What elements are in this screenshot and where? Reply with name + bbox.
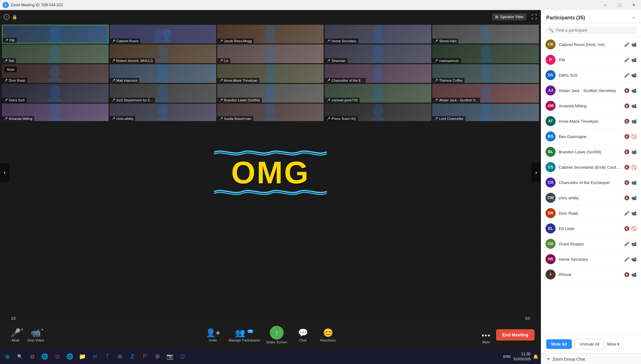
start-button[interactable]: ⊞ bbox=[1, 351, 13, 362]
fullscreen-button[interactable]: ⛶ bbox=[531, 14, 537, 20]
mic-icon-alister: 🎤 bbox=[434, 99, 438, 102]
tile-michael[interactable]: 👤 🎤 michael.gove739 bbox=[325, 84, 431, 103]
tile-chris[interactable]: 👤 🎤 chris whitty bbox=[110, 104, 216, 121]
chat-button[interactable]: 💬 Chat bbox=[294, 328, 312, 342]
participant-item[interactable]: I iPhone 🔇 📹 bbox=[541, 267, 641, 282]
minimize-button[interactable]: ─ bbox=[598, 0, 612, 10]
tile-annemarie[interactable]: 👤 🎤 Anne-Marie Trevelyan bbox=[217, 64, 324, 83]
participant-item[interactable]: GS Grant Shapps 🎤 📹 bbox=[541, 236, 641, 252]
participant-item[interactable]: DS Defra SoS 🎤 📹 bbox=[541, 68, 641, 83]
nav-arrow-left[interactable]: ‹ bbox=[0, 163, 9, 182]
participant-item[interactable]: AM Amanda Milling 🔇 📹 bbox=[541, 98, 641, 114]
omg-text: OMG bbox=[214, 157, 327, 188]
participant-mic-icon: 🎤 bbox=[624, 57, 629, 62]
tile-label-home: 🎤 Home Secretary bbox=[325, 38, 358, 44]
explorer-icon[interactable]: 📁 bbox=[76, 351, 88, 362]
participant-name: Alister Jack - Scottish Secretary bbox=[559, 88, 624, 93]
participant-item[interactable]: DR Dom Raab 🎤 📹 bbox=[541, 206, 641, 221]
participant-item[interactable]: CS Cabinet Secretariat (Emily Card... 🔇 … bbox=[541, 160, 641, 175]
tile-brandon[interactable]: 👤 🎤 Brandon Lewis (SoSNI) bbox=[217, 84, 324, 103]
tile-pm[interactable]: 👤 🎤 PM bbox=[2, 25, 109, 44]
mic-icon-dom: 🎤 bbox=[4, 79, 8, 82]
tile-liz[interactable]: 👤 🎤 Liz bbox=[217, 44, 324, 63]
tile-matt[interactable]: 👤 🎤 Matt Hancock bbox=[110, 64, 216, 83]
tile-sharma[interactable]: 👤 🎤 Sharman bbox=[325, 44, 431, 63]
settings-icon[interactable]: ⚙ bbox=[114, 351, 126, 362]
nav-arrow-right[interactable]: › bbox=[531, 163, 541, 182]
mic-icon-liz: 🎤 bbox=[219, 59, 223, 63]
tile-alister[interactable]: 👤 🎤 Alister Jack - Scottish S... bbox=[432, 84, 539, 103]
tile-sos[interactable]: 👤 🎤 SoS Department for E... bbox=[110, 84, 216, 103]
unmute-all-button[interactable]: Unmute All bbox=[574, 339, 605, 349]
invite-button[interactable]: 👤+ Invite bbox=[203, 328, 222, 342]
chat-collapse-icon[interactable]: ▼ bbox=[546, 356, 551, 361]
ie-icon[interactable]: 🌐 bbox=[64, 351, 76, 362]
tile-defra[interactable]: 👤 🎤 Defra SoS bbox=[2, 84, 109, 103]
participant-item[interactable]: HS Home Secretary 🎤 📹 bbox=[541, 252, 641, 267]
participant-item[interactable]: BG Ben Gascoigne 🔇 🚫 bbox=[541, 129, 641, 144]
participant-item[interactable]: AJ Alister Jack - Scottish Secretary 🔇 📹 bbox=[541, 83, 641, 98]
tile-lord[interactable]: 👤 🎤 Lord Chancellor bbox=[432, 104, 539, 121]
tile-nat[interactable]: 👤 🎤 Nat bbox=[2, 44, 109, 63]
tile-label-michael: 🎤 michael.gove739 bbox=[325, 98, 359, 103]
chrome-icon[interactable]: ⊙ bbox=[51, 351, 63, 362]
tile-jacob[interactable]: 👤 🎤 Jacob Rees-Mogg bbox=[217, 25, 324, 44]
speaker-view-button[interactable]: ⊞ Speaker View bbox=[492, 13, 526, 20]
search-input[interactable] bbox=[556, 28, 633, 33]
settings2-icon[interactable]: ⚙ bbox=[151, 351, 163, 362]
mute-caret[interactable]: ▲ bbox=[21, 327, 24, 331]
powerpoint-icon[interactable]: P bbox=[139, 351, 151, 362]
participant-item[interactable]: BL Brandon Lewis (SoSNI) 🔇 📹 bbox=[541, 144, 641, 160]
tile-mark[interactable]: 👤 🎤 markspencer bbox=[432, 44, 539, 63]
participant-video-icon: 📹 bbox=[631, 272, 637, 277]
wave-bottom bbox=[214, 188, 327, 195]
tile-label-therese: 🎤 Therese Coffey bbox=[432, 78, 464, 83]
notification-icon[interactable]: 🔔 bbox=[533, 354, 538, 359]
tile-suella[interactable]: 👤 🎤 Suella Braverman bbox=[217, 104, 324, 121]
close-button[interactable]: ✕ bbox=[627, 0, 641, 10]
outlook-icon[interactable]: O bbox=[177, 351, 188, 362]
participant-item[interactable]: CW chris whitty 🔇 📹 bbox=[541, 190, 641, 206]
tile-amanda[interactable]: 👤 🎤 Amanda Milling bbox=[2, 104, 109, 121]
taskbar-icons: ⊞ 🔍 ⧉ 🌐 ⊙ 🌐 📁 ✉ T ⚙ Z P ⚙ 📷 O bbox=[1, 351, 188, 362]
mail-icon[interactable]: ✉ bbox=[89, 351, 101, 362]
edge-icon[interactable]: 🌐 bbox=[39, 351, 51, 362]
tile-simon[interactable]: 👤 🎤 Simon Hart bbox=[432, 25, 539, 44]
tile-robert[interactable]: 👤 🎤 Robert Jenrick, MHCLG bbox=[110, 44, 216, 63]
participant-mic-icon: 🔇 bbox=[624, 272, 629, 277]
tile-press[interactable]: 👤 🎤 Press Team HQ bbox=[325, 104, 431, 121]
panel-collapse-button[interactable]: ＜ bbox=[631, 14, 636, 21]
tile-chancellor[interactable]: 👤 🎤 Chancellor of the E... bbox=[325, 64, 431, 83]
task-view[interactable]: ⧉ bbox=[26, 351, 38, 362]
manage-participants-button[interactable]: 👥 35 Manage Participants bbox=[228, 328, 260, 342]
stop-video-button[interactable]: 📹 ▲ Stop Video bbox=[26, 328, 45, 342]
camera-taskbar-icon[interactable]: 📷 bbox=[164, 351, 176, 362]
info-icon[interactable]: i bbox=[4, 14, 9, 20]
zoom-taskbar-icon[interactable]: Z bbox=[126, 351, 138, 362]
mute-all-button[interactable]: Mute All bbox=[546, 339, 572, 349]
participant-item[interactable]: CO Chancellor of the Exchequer 🔇 📹 bbox=[541, 175, 641, 190]
mute-button[interactable]: 🎤 ▲ Mute bbox=[6, 328, 25, 342]
participant-item[interactable]: P PM 🎤 📹 bbox=[541, 52, 641, 68]
video-caret[interactable]: ▲ bbox=[41, 327, 44, 331]
participant-video-icon: 📹 bbox=[631, 241, 637, 246]
mic-icon-press: 🎤 bbox=[326, 117, 330, 120]
more-button[interactable]: ••• More bbox=[482, 331, 491, 344]
participants-more-button[interactable]: More ▾ bbox=[607, 342, 620, 346]
tile-cabinet[interactable]: 👥 🎤 Cabinet Room bbox=[110, 25, 216, 44]
meeting-id-text: Zoom Meeting ID: 539-544-323 bbox=[11, 3, 63, 7]
participant-item[interactable]: CR Cabinet Room (Host, me) 🎤 📹 bbox=[541, 37, 641, 52]
tile-home[interactable]: 👤 🎤 Home Secretary bbox=[325, 25, 431, 44]
tile-therese[interactable]: 👤 🎤 Therese Coffey bbox=[432, 64, 539, 83]
participant-item[interactable]: AT Anne-Marie Trevelyan 🔇 📹 bbox=[541, 114, 641, 129]
participant-avatar: DS bbox=[546, 70, 556, 80]
tile-dom[interactable]: Mute 👤 🎤 Dom Raab bbox=[2, 64, 109, 83]
tile-label-liz: 🎤 Liz bbox=[217, 58, 230, 63]
maximize-button[interactable]: ⬜ bbox=[612, 0, 627, 10]
participant-item[interactable]: EL Ed Lister 🔇 🚫 bbox=[541, 221, 641, 236]
share-screen-button[interactable]: ↑ Share Screen bbox=[266, 326, 287, 344]
reactions-button[interactable]: 😊 Reactions bbox=[319, 328, 337, 342]
search-taskbar[interactable]: 🔍 bbox=[14, 351, 26, 362]
end-meeting-button[interactable]: End Meeting bbox=[496, 329, 535, 341]
teams-icon[interactable]: T bbox=[101, 351, 113, 362]
